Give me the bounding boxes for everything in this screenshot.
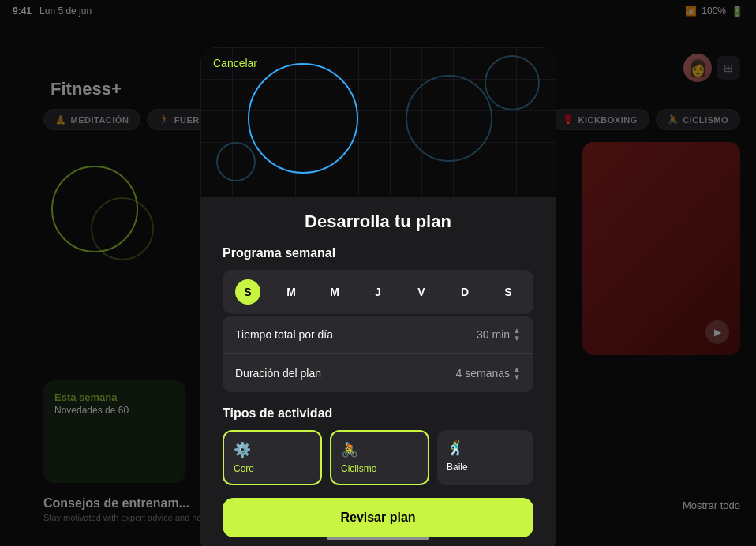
day-circle-v: V [409,279,434,305]
duracion-row[interactable]: Duración del plan 4 semanas ▲▼ [223,354,533,392]
modal-circle-2 [406,75,492,162]
day-circle-m1: M [279,279,304,305]
tiempo-row[interactable]: Tiempo total por día 30 min ▲▼ [223,316,533,354]
tiempo-value: 30 min ▲▼ [477,327,521,342]
day-sunday[interactable]: S [235,279,260,305]
modal-title: Desarrolla tu plan [223,211,533,232]
modal-circle-1 [248,63,358,174]
modal-circle-3 [485,55,540,110]
duracion-value: 4 semanas ▲▼ [456,365,521,381]
plan-modal: Cancelar Desarrolla tu plan Programa sem… [200,47,556,546]
activity-types-list: ⚙️ Core 🚴 Ciclismo 🕺 Baile [223,430,533,485]
day-circle-j: J [365,279,391,305]
day-friday[interactable]: D [452,279,477,305]
day-thursday[interactable]: V [409,279,434,305]
home-indicator [327,537,429,540]
settings-box: Tiempo total por día 30 min ▲▼ Duración … [223,316,533,392]
duracion-value-text: 4 semanas [456,367,510,380]
tiempo-value-text: 30 min [477,328,510,341]
day-monday[interactable]: M [279,279,304,305]
day-circle-m2: M [322,279,347,305]
baile-name: Baile [447,462,524,473]
revisar-plan-button[interactable]: Revisar plan [223,498,533,537]
day-selector: S M M J V D S [223,270,533,314]
core-name: Core [234,463,311,474]
tiempo-stepper: ▲▼ [513,327,521,342]
day-circle-d: D [452,279,477,305]
activity-core[interactable]: ⚙️ Core [223,430,322,485]
ciclismo-activity-name: Ciclismo [341,463,418,474]
modal-header-image: Cancelar [200,47,556,197]
duracion-stepper: ▲▼ [513,365,521,381]
day-saturday[interactable]: S [496,279,521,305]
day-circle-s2: S [496,279,521,305]
day-circle-s1: S [235,279,260,305]
ciclismo-activity-icon: 🚴 [341,441,418,458]
modal-circle-4 [216,142,256,181]
duracion-label: Duración del plan [235,367,321,380]
modal-content: Desarrolla tu plan Programa semanal S M … [200,197,556,485]
baile-icon: 🕺 [447,439,524,457]
day-wednesday[interactable]: J [365,279,391,305]
activity-baile[interactable]: 🕺 Baile [437,430,533,485]
tipos-actividad-label: Tipos de actividad [223,406,533,421]
core-icon: ⚙️ [234,441,311,458]
cancel-button[interactable]: Cancelar [213,57,257,69]
programa-semanal-label: Programa semanal [223,246,533,260]
tiempo-label: Tiempo total por día [235,328,333,341]
day-tuesday[interactable]: M [322,279,347,305]
activity-ciclismo[interactable]: 🚴 Ciclismo [330,430,429,485]
